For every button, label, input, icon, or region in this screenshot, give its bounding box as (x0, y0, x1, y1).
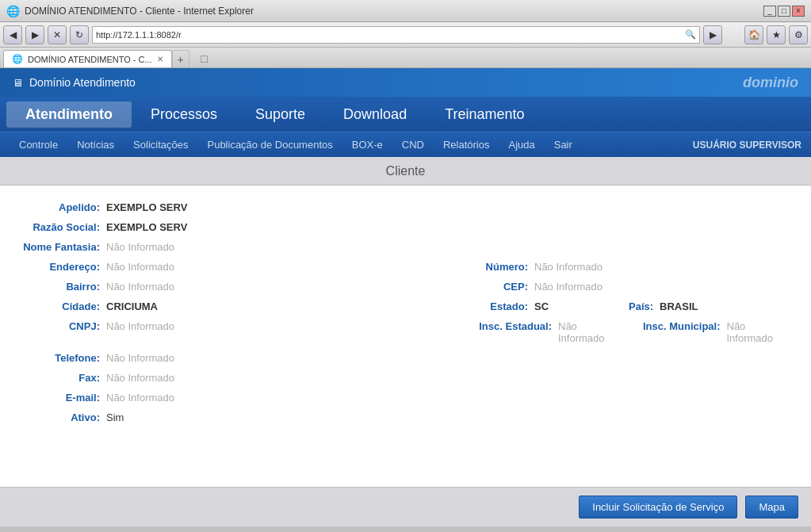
estado-pais-group: Estado: SC País: BRASIL (479, 300, 698, 312)
nav-atendimento[interactable]: Atendimento (6, 101, 132, 128)
sub-nav: Controle Notícias Solicitações Publicaçã… (0, 132, 811, 157)
insc-estadual-value: Não Informado (558, 320, 624, 344)
favorites-button[interactable]: ★ (767, 25, 786, 44)
insc-estadual-label: Insc. Estadual: (479, 320, 558, 332)
endereco-label: Endereço: (19, 261, 106, 273)
browser-icon: 🌐 (6, 5, 20, 17)
current-user: USUÁRIO SUPERVISOR (693, 140, 801, 151)
browser-title-bar: 🌐 DOMÍNIO ATENDIMENTO - Cliente - Intern… (0, 0, 811, 22)
endereco-group: Endereço: Não Informado (19, 261, 479, 273)
endereco-numero-row: Endereço: Não Informado Número: Não Info… (19, 261, 792, 273)
nav-treinamento[interactable]: Treinamento (426, 101, 543, 128)
bairro-value: Não Informado (106, 281, 174, 293)
brand-icon: 🖥 (13, 77, 23, 89)
pais-label: País: (612, 300, 660, 312)
numero-value: Não Informado (534, 261, 603, 273)
tab-icon: 🌐 (12, 54, 23, 64)
tab-close-button[interactable]: ✕ (157, 55, 163, 63)
stop-button[interactable]: ✕ (48, 25, 67, 44)
cnpj-label: CNPJ: (19, 320, 106, 332)
cidade-label: Cidade: (19, 300, 106, 312)
cnpj-value: Não Informado (106, 320, 174, 332)
active-tab[interactable]: 🌐 DOMÍNIO ATENDIMENTO - C... ✕ (3, 50, 172, 67)
new-tab-button[interactable]: + (172, 50, 189, 67)
content-area: Apelido: EXEMPLO SERV Razão Social: EXEM… (0, 186, 811, 487)
cidade-value: CRICIUMA (106, 300, 158, 312)
insc-municipal-value: Não Informado (727, 320, 793, 344)
razao-social-row: Razão Social: EXEMPLO SERV (19, 221, 792, 233)
mapa-button[interactable]: Mapa (745, 496, 798, 519)
subnav-sair[interactable]: Sair (545, 136, 582, 154)
app-title: Domínio Atendimento (29, 76, 136, 89)
browser-toolbar: ◀ ▶ ✕ ↻ http://172.1.1.1:8082/r 🔍 ▶ 🏠 ★ … (0, 22, 811, 48)
cidade-estado-pais-row: Cidade: CRICIUMA Estado: SC País: BRASIL (19, 300, 792, 312)
subnav-publicacao[interactable]: Publicação de Documentos (197, 136, 342, 154)
forward-button[interactable]: ▶ (25, 25, 44, 44)
window-controls[interactable]: _ □ × (763, 6, 805, 17)
refresh-button[interactable]: ↻ (70, 25, 89, 44)
nome-fantasia-value: Não Informado (106, 241, 174, 253)
telefone-row: Telefone: Não Informado (19, 352, 792, 364)
nav-download[interactable]: Download (324, 101, 426, 128)
apelido-row: Apelido: EXEMPLO SERV (19, 201, 792, 213)
tab-favorites-icon: □ (196, 50, 213, 67)
numero-group: Número: Não Informado (479, 261, 603, 273)
page-header: Cliente (0, 157, 811, 186)
subnav-ajuda[interactable]: Ajuda (499, 136, 544, 154)
restore-button[interactable]: □ (778, 6, 790, 17)
nav-processos[interactable]: Processos (132, 101, 236, 128)
email-label: E-mail: (19, 392, 106, 404)
cidade-group: Cidade: CRICIUMA (19, 300, 479, 312)
nav-suporte[interactable]: Suporte (236, 101, 324, 128)
endereco-value: Não Informado (106, 261, 174, 273)
fax-row: Fax: Não Informado (19, 372, 792, 384)
cnpj-insc-row: CNPJ: Não Informado Insc. Estadual: Não … (19, 320, 792, 344)
bairro-group: Bairro: Não Informado (19, 281, 479, 293)
subnav-solicitacoes[interactable]: Solicitações (124, 136, 197, 154)
razao-social-value: EXEMPLO SERV (106, 221, 187, 233)
razao-social-label: Razão Social: (19, 221, 106, 233)
footer-bar: Incluir Solicitação de Serviço Mapa (0, 487, 811, 526)
fax-value: Não Informado (106, 372, 174, 384)
cep-value: Não Informado (534, 281, 603, 293)
go-button[interactable]: ▶ (703, 25, 722, 44)
address-bar[interactable]: http://172.1.1.1:8082/r 🔍 (92, 26, 700, 44)
bairro-cep-row: Bairro: Não Informado CEP: Não Informado (19, 281, 792, 293)
nome-fantasia-label: Nome Fantasia: (19, 241, 106, 253)
telefone-label: Telefone: (19, 352, 106, 364)
back-button[interactable]: ◀ (3, 25, 22, 44)
minimize-button[interactable]: _ (763, 6, 776, 17)
page-title: Cliente (386, 164, 426, 178)
settings-button[interactable]: ⚙ (789, 25, 808, 44)
bairro-label: Bairro: (19, 281, 106, 293)
cep-group: CEP: Não Informado (479, 281, 603, 293)
ativo-value: Sim (106, 411, 124, 423)
home-button[interactable]: 🏠 (744, 25, 763, 44)
subnav-controle[interactable]: Controle (10, 136, 67, 154)
app-banner: 🖥 Domínio Atendimento dominio (0, 68, 811, 97)
pais-value: BRASIL (660, 300, 698, 312)
insc-municipal-label: Insc. Municipal: (640, 320, 727, 332)
tab-label: DOMÍNIO ATENDIMENTO - C... (28, 55, 152, 64)
incluir-solicitacao-button[interactable]: Incluir Solicitação de Serviço (579, 496, 737, 519)
close-button[interactable]: × (792, 6, 805, 17)
ativo-label: Ativo: (19, 411, 106, 423)
browser-title: DOMÍNIO ATENDIMENTO - Cliente - Internet… (25, 6, 254, 17)
main-nav: Atendimento Processos Suporte Download T… (0, 97, 811, 132)
subnav-noticias[interactable]: Notícias (67, 136, 124, 154)
subnav-cnd[interactable]: CND (392, 136, 434, 154)
apelido-value: EXEMPLO SERV (106, 201, 187, 213)
email-row: E-mail: Não Informado (19, 392, 792, 404)
tab-bar: 🌐 DOMÍNIO ATENDIMENTO - C... ✕ + □ (0, 48, 811, 68)
subnav-boxe[interactable]: BOX-e (342, 136, 392, 154)
address-text: http://172.1.1.1:8082/r (96, 30, 682, 40)
fax-label: Fax: (19, 372, 106, 384)
estado-value: SC (534, 300, 549, 312)
estado-label: Estado: (479, 300, 534, 312)
subnav-relatorios[interactable]: Relatórios (434, 136, 499, 154)
insc-group: Insc. Estadual: Não Informado Insc. Muni… (479, 320, 792, 344)
email-value: Não Informado (106, 392, 174, 404)
cnpj-group: CNPJ: Não Informado (19, 320, 479, 344)
app-logo: dominio (743, 75, 798, 91)
apelido-label: Apelido: (19, 201, 106, 213)
